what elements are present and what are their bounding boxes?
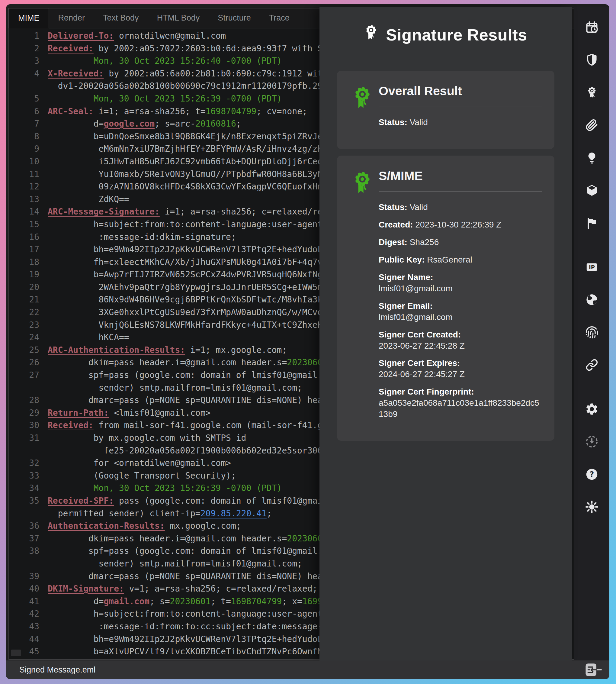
code-text: sender) smtp.mailfrom=lmisf01@gmail.com; <box>45 382 302 394</box>
card-divider <box>379 107 542 107</box>
line-number: 44 <box>9 633 45 646</box>
line-number: 25 <box>9 344 45 357</box>
code-text: ARC-Seal: i=1; a=rsa-sha256; t=169870479… <box>45 105 307 118</box>
line-number: 28 <box>9 394 45 407</box>
code-text: 09zA7N16OV8kcHFDc4S8kXG3CwYFxGagpVC6QEuo… <box>45 180 353 193</box>
line-number: 21 <box>9 293 45 306</box>
rail-link-icon[interactable] <box>574 349 609 381</box>
card-field: Status: Valid <box>379 202 542 213</box>
line-number: 3 <box>9 55 45 67</box>
result-card: Overall ResultStatus: Valid <box>337 71 554 149</box>
tab-html-body[interactable]: HTML Body <box>148 8 209 28</box>
icon-rail: IP? <box>574 7 609 660</box>
field-label: Signer Cert Expires: <box>379 358 460 368</box>
rail-paperclip-icon[interactable] <box>574 109 609 142</box>
line-number: 5 <box>9 92 45 105</box>
code-text: dv1-20020a056a002b8100b00690c79c1912mr11… <box>45 80 363 92</box>
field-value: Sha256 <box>408 237 439 247</box>
line-number: 26 <box>9 356 45 369</box>
tab-trace[interactable]: Trace <box>260 8 299 28</box>
open-filename: Signed Message.eml <box>19 665 95 675</box>
log-import-icon[interactable] <box>585 663 603 677</box>
rail-globe-icon[interactable] <box>574 283 609 316</box>
line-number <box>9 444 45 457</box>
code-text: fh=cxleectMKhCA/Xb/jJhuGXPsMUk0g41A0i7bF… <box>45 256 353 269</box>
field-label: Status: <box>379 202 408 212</box>
code-text: 2WAEhv9paQtr7gb8YypwgjrsJoJJnrUER5SCg+eI… <box>45 281 353 294</box>
rail-calendar-clock-icon[interactable] <box>574 11 609 43</box>
field-value: Valid <box>408 202 428 212</box>
rail-gear-icon[interactable] <box>574 393 609 425</box>
line-number: 37 <box>9 532 45 545</box>
tab-mime[interactable]: MIME <box>8 8 49 28</box>
code-text: Return-Path: <lmisf01@gmail.com> <box>45 407 211 419</box>
award-icon <box>346 83 379 134</box>
code-text: i5JHwTaH85uRFJ62C92vmb66tAb+DQUrpDloDjj6… <box>45 155 353 168</box>
code-text: h=subject:from:to:content-language:user-… <box>45 218 363 231</box>
code-text: Authentication-Results: mx.google.com; <box>45 520 241 532</box>
line-number: 31 <box>9 432 45 444</box>
rail-package-icon[interactable] <box>574 174 609 207</box>
code-text: sender) smtp.mailfrom=lmisf01@gmail.com; <box>45 557 302 570</box>
card-field: Created: 2023-10-30 22:26:39 Z <box>379 219 542 231</box>
horizontal-scrollbar-thumb[interactable] <box>11 649 21 656</box>
code-text: VknjQ6LEsNS78LKWFMkHfardFKkyc+4uITX+tC9Z… <box>45 319 353 332</box>
line-number <box>9 382 45 394</box>
rail-divider <box>582 387 601 387</box>
code-text: Mon, 30 Oct 2023 15:26:39 -0700 (PDT) <box>45 482 282 495</box>
card-body: Overall ResultStatus: Valid <box>379 83 542 134</box>
code-text: b=aXlvUPCV/lf9/lvcXKOBZBCeTjbvChdTZNvPc6… <box>45 645 358 654</box>
rail-ip-icon[interactable]: IP <box>574 251 609 283</box>
code-text: Received-SPF: pass (google.com: domain o… <box>45 495 348 507</box>
line-number: 17 <box>9 243 45 256</box>
signature-results-drawer: Signature Results Overall ResultStatus: … <box>320 7 572 660</box>
card-field: Signer Cert Created:2023-06-27 22:45:28 … <box>379 329 542 352</box>
code-text: ARC-Authentication-Results: i=1; mx.goog… <box>45 344 287 357</box>
field-value: lmisf01@gmail.com <box>379 283 542 294</box>
rail-award-icon[interactable] <box>574 76 609 109</box>
line-number: 40 <box>9 582 45 595</box>
code-text: b=uDnQoeSmxe8b3l9Q88GK4Ejk/n8Exzenqxt5pi… <box>45 130 363 143</box>
card-divider <box>379 192 542 192</box>
status-bar: Signed Message.eml <box>6 660 609 679</box>
code-text: d=google.com; s=arc-20160816; <box>45 117 241 130</box>
tab-structure[interactable]: Structure <box>208 8 260 28</box>
rail-flag-icon[interactable] <box>574 207 609 239</box>
line-number: 35 <box>9 495 45 507</box>
code-text: d=gmail.com; s=20230601; t=1698704799; x… <box>45 595 348 608</box>
award-icon <box>346 168 379 426</box>
code-text: ZdKQ== <box>45 193 129 206</box>
code-text: Received: by 2002:a05:7022:2603:b0:6d:ae… <box>45 42 353 55</box>
code-text: bh=e9Wm492IIp2J2pKkvUCWRenV7l3TPtq2E+hed… <box>45 633 358 646</box>
field-value: 2023-10-30 22:26:39 Z <box>413 220 502 229</box>
rail-divider <box>582 245 601 245</box>
line-number: 16 <box>9 231 45 243</box>
rail-lightbulb-icon[interactable] <box>574 142 609 174</box>
tab-text-body[interactable]: Text Body <box>94 8 148 28</box>
line-number: 13 <box>9 193 45 206</box>
tab-render[interactable]: Render <box>49 8 94 28</box>
code-text: Received: from mail-sor-f41.google.com (… <box>45 419 348 432</box>
line-number: 1 <box>9 29 45 42</box>
rail-help-icon[interactable]: ? <box>574 458 609 491</box>
svg-text:?: ? <box>590 470 594 478</box>
drawer-title-text: Signature Results <box>386 25 527 44</box>
code-text: ARC-Message-Signature: i=1; a=rsa-sha256… <box>45 206 338 218</box>
field-value: a5a053e2fa068a711c03e1a1ff8233be2dc513b9 <box>379 398 542 420</box>
rail-shield-icon[interactable] <box>574 43 609 76</box>
card-field: Signer Cert Expires:2024-06-27 22:45:27 … <box>379 358 542 380</box>
code-text: Mon, 30 Oct 2023 15:26:40 -0700 (PDT) <box>45 55 282 67</box>
line-number: 22 <box>9 306 45 319</box>
code-text: dmarc=pass (p=NONE sp=QUARANTINE dis=NON… <box>45 394 358 407</box>
field-value: Valid <box>408 117 428 127</box>
rail-fingerprint-icon[interactable] <box>574 316 609 349</box>
rail-history-download-icon[interactable] <box>574 425 609 458</box>
app-frame: MIMERenderText BodyHTML BodyStructureTra… <box>0 0 616 684</box>
field-label: Signer Cert Fingerprint: <box>379 387 474 397</box>
line-number: 33 <box>9 470 45 482</box>
rail-sun-icon[interactable] <box>574 491 609 523</box>
line-number: 34 <box>9 482 45 495</box>
code-text: YuI0maxb/SReIvON3ylGmuO//PTpbdfwR0OH8a6B… <box>45 168 353 181</box>
line-number: 11 <box>9 168 45 181</box>
card-field: Signer Name:lmisf01@gmail.com <box>379 272 542 294</box>
